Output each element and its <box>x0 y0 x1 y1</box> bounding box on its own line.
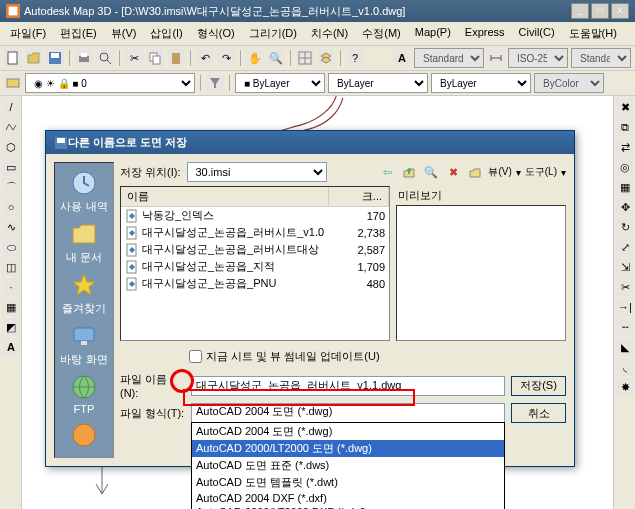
block-tool-icon[interactable]: ◫ <box>2 258 20 276</box>
help-icon[interactable]: ? <box>346 49 364 67</box>
close-button[interactable]: X <box>611 3 629 19</box>
zoom-icon[interactable]: 🔍 <box>267 49 285 67</box>
menu-file[interactable]: 파일(F) <box>4 24 52 43</box>
array-tool-icon[interactable]: ▦ <box>616 178 634 196</box>
menu-view[interactable]: 뷰(V) <box>105 24 143 43</box>
layer-manager-icon[interactable] <box>4 74 22 92</box>
file-row[interactable]: 대구시달성군_논공읍_러버시트_v1.0 2,738 <box>121 224 389 241</box>
filetype-option[interactable]: AutoCAD 2004 도면 (*.dwg) <box>192 423 504 440</box>
delete-icon[interactable]: ✖ <box>444 163 462 181</box>
save-icon[interactable] <box>46 49 64 67</box>
lineweight-select[interactable]: ByLayer <box>431 73 531 93</box>
layer-filter-icon[interactable] <box>206 74 224 92</box>
print-icon[interactable] <box>75 49 93 67</box>
place-desktop[interactable]: 바탕 화면 <box>57 322 111 367</box>
place-mydocs[interactable]: 내 문서 <box>57 220 111 265</box>
menu-draw[interactable]: 그리기(D) <box>243 24 303 43</box>
dim-style-select[interactable]: ISO-25 <box>508 48 568 68</box>
menu-modify[interactable]: 수정(M) <box>356 24 407 43</box>
stretch-tool-icon[interactable]: ⇲ <box>616 258 634 276</box>
offset-tool-icon[interactable]: ◎ <box>616 158 634 176</box>
scale-tool-icon[interactable]: ⤢ <box>616 238 634 256</box>
explode-tool-icon[interactable]: ✸ <box>616 378 634 396</box>
menu-insert[interactable]: 삽입(I) <box>144 24 188 43</box>
location-select[interactable]: 30.imsi <box>187 162 327 182</box>
place-history[interactable]: 사용 내역 <box>57 169 111 214</box>
file-row[interactable]: 대구시달성군_논공읍_지적 1,709 <box>121 258 389 275</box>
polyline-tool-icon[interactable] <box>2 118 20 136</box>
menu-map[interactable]: Map(P) <box>409 24 457 43</box>
menu-express[interactable]: Express <box>459 24 511 43</box>
grid-icon[interactable] <box>296 49 314 67</box>
redo-icon[interactable]: ↷ <box>217 49 235 67</box>
ellipse-tool-icon[interactable]: ⬭ <box>2 238 20 256</box>
copy-obj-icon[interactable]: ⧉ <box>616 118 634 136</box>
file-row[interactable]: 낙동강_인덱스 170 <box>121 207 389 224</box>
open-icon[interactable] <box>25 49 43 67</box>
rect-tool-icon[interactable]: ▭ <box>2 158 20 176</box>
table-style-select[interactable]: Standard <box>571 48 631 68</box>
search-icon[interactable]: 🔍 <box>422 163 440 181</box>
file-row[interactable]: 대구시달성군_논공읍_PNU 480 <box>121 275 389 292</box>
filetype-option-selected[interactable]: AutoCAD 2000/LT2000 도면 (*.dwg) <box>192 440 504 457</box>
extend-tool-icon[interactable]: →| <box>616 298 634 316</box>
col-name[interactable]: 이름 <box>121 187 329 206</box>
filetype-option[interactable]: AutoCAD 도면 템플릿 (*.dwt) <box>192 474 504 491</box>
preview-icon[interactable] <box>96 49 114 67</box>
dim-style-icon[interactable] <box>487 49 505 67</box>
region-tool-icon[interactable]: ◩ <box>2 318 20 336</box>
place-ftp[interactable]: FTP <box>57 373 111 415</box>
fillet-tool-icon[interactable]: ◟ <box>616 358 634 376</box>
menu-dimension[interactable]: 치수(N) <box>305 24 354 43</box>
up-icon[interactable] <box>400 163 418 181</box>
filetype-option[interactable]: AutoCAD 도면 표준 (*.dws) <box>192 457 504 474</box>
menu-format[interactable]: 형식(O) <box>191 24 241 43</box>
layers-icon[interactable] <box>317 49 335 67</box>
back-icon[interactable]: ⇦ <box>378 163 396 181</box>
text-style-icon[interactable]: A <box>393 49 411 67</box>
cancel-button[interactable]: 취소 <box>511 403 566 423</box>
maximize-button[interactable]: □ <box>591 3 609 19</box>
copy-icon[interactable] <box>146 49 164 67</box>
file-list[interactable]: 이름 크... 낙동강_인덱스 170 대구시달성군_논공읍_러버시트_v1.0… <box>120 186 390 341</box>
save-button[interactable]: 저장(S) <box>511 376 566 396</box>
chamfer-tool-icon[interactable]: ◣ <box>616 338 634 356</box>
circle-tool-icon[interactable]: ○ <box>2 198 20 216</box>
view-menu[interactable]: 뷰(V) <box>488 165 511 179</box>
move-tool-icon[interactable]: ✥ <box>616 198 634 216</box>
new-icon[interactable] <box>4 49 22 67</box>
menu-help[interactable]: 도움말(H) <box>563 24 623 43</box>
paste-icon[interactable] <box>167 49 185 67</box>
pan-icon[interactable]: ✋ <box>246 49 264 67</box>
tools-menu[interactable]: 도구(L) <box>525 165 557 179</box>
menu-civil[interactable]: Civil(C) <box>513 24 561 43</box>
polygon-tool-icon[interactable]: ⬡ <box>2 138 20 156</box>
filetype-option[interactable]: AutoCAD 2004 DXF (*.dxf) <box>192 491 504 505</box>
filename-input[interactable] <box>191 376 505 396</box>
plotstyle-select[interactable]: ByColor <box>534 73 604 93</box>
place-buzzsaw[interactable] <box>57 421 111 451</box>
arc-tool-icon[interactable]: ⌒ <box>2 178 20 196</box>
trim-tool-icon[interactable]: ✂ <box>616 278 634 296</box>
minimize-button[interactable]: _ <box>571 3 589 19</box>
place-favorites[interactable]: 즐겨찾기 <box>57 271 111 316</box>
layer-select[interactable]: ◉ ☀ 🔒 ■ 0 <box>25 73 195 93</box>
mirror-tool-icon[interactable]: ⇄ <box>616 138 634 156</box>
filetype-select[interactable]: AutoCAD 2004 도면 (*.dwg) <box>191 403 505 423</box>
rotate-tool-icon[interactable]: ↻ <box>616 218 634 236</box>
point-tool-icon[interactable]: · <box>2 278 20 296</box>
undo-icon[interactable]: ↶ <box>196 49 214 67</box>
break-tool-icon[interactable]: ╌ <box>616 318 634 336</box>
linetype-select[interactable]: ByLayer <box>328 73 428 93</box>
hatch-tool-icon[interactable]: ▦ <box>2 298 20 316</box>
menu-edit[interactable]: 편집(E) <box>54 24 103 43</box>
line-tool-icon[interactable]: / <box>2 98 20 116</box>
erase-tool-icon[interactable]: ✖ <box>616 98 634 116</box>
file-row[interactable]: 대구시달성군_논공읍_러버시트대상 2,587 <box>121 241 389 258</box>
text-style-select[interactable]: Standard <box>414 48 484 68</box>
spline-tool-icon[interactable]: ∿ <box>2 218 20 236</box>
thumbnail-checkbox[interactable] <box>189 350 202 363</box>
newfolder-icon[interactable] <box>466 163 484 181</box>
filetype-option[interactable]: AutoCAD 2000/LT2000 DXF (*.dxf) <box>192 505 504 509</box>
cut-icon[interactable]: ✂ <box>125 49 143 67</box>
